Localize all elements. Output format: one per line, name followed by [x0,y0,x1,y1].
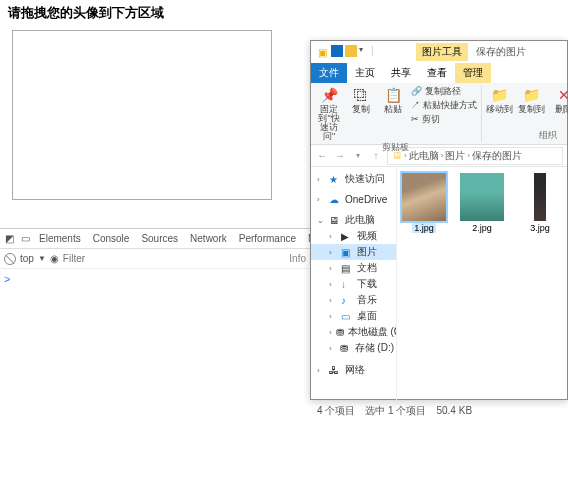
up-arrow-icon[interactable]: ↑ [369,149,383,163]
file-item[interactable]: 1.jpg [399,173,449,395]
image-icon: ▣ [341,247,353,258]
recent-dropdown-icon[interactable]: ▾ [351,149,365,163]
chevron-right-icon: › [441,151,444,160]
devtools-tab-console[interactable]: Console [88,231,135,246]
shortcut-icon: ↗ [411,100,420,110]
status-bar: 4 个项目 选中 1 个项目 50.4 KB [311,401,567,419]
selection-size: 50.4 KB [436,405,472,416]
breadcrumb-saved[interactable]: 保存的图片 [472,149,522,163]
context-tab-label: 图片工具 [416,43,468,61]
folder-icon: ▣ [315,45,329,59]
menu-bar: 文件 主页 共享 查看 管理 [311,63,567,83]
sidebar-this-pc[interactable]: ⌄🖥此电脑 [311,212,396,228]
video-icon: ▶ [341,231,353,242]
delete-button[interactable]: ✕ 删除 [550,85,568,114]
copy-button[interactable]: ⿻ 复制 [347,85,375,141]
sidebar-onedrive[interactable]: ›☁OneDrive [311,193,396,206]
thumbnail-icon [460,173,504,221]
sidebar-network[interactable]: ›🖧网络 [311,362,396,378]
copy-to-button[interactable]: 📁 复制到 [518,85,546,114]
chevron-right-icon: › [329,344,336,353]
breadcrumb-pictures[interactable]: 图片 [445,149,465,163]
ribbon-toolbar: 📌 固定到"快速访问" ⿻ 复制 📋 粘贴 🔗 复制路径 ↗ 粘贴快捷方式 ✂ … [311,83,567,145]
scissors-icon: ✂ [411,114,419,124]
cut-button[interactable]: ✂ 剪切 [411,113,477,126]
file-name: 1.jpg [412,223,436,233]
window-title: 保存的图片 [476,45,526,59]
console-filter-input[interactable] [63,253,285,264]
devtools-tab-elements[interactable]: Elements [34,231,86,246]
tab-manage[interactable]: 管理 [455,63,491,83]
drive-icon: ⛃ [336,327,344,338]
breadcrumb[interactable]: 🖥 › 此电脑 › 图片 › 保存的图片 [387,147,563,165]
back-arrow-icon[interactable]: ← [315,149,329,163]
chevron-right-icon: › [329,248,337,257]
paste-shortcut-button[interactable]: ↗ 粘贴快捷方式 [411,99,477,112]
selection-count: 选中 1 个项目 [365,404,426,418]
context-selector[interactable]: top [20,253,34,264]
chevron-right-icon: › [329,232,337,241]
divider: | [371,45,374,59]
quick-access-icon[interactable] [331,45,343,57]
delete-icon: ✕ [554,85,568,105]
dropdown-icon[interactable]: ▼ [38,254,46,263]
chevron-right-icon: › [329,312,337,321]
chevron-down-icon: ⌄ [317,216,325,225]
sidebar-music[interactable]: ›♪音乐 [311,292,396,308]
chevron-right-icon: › [317,366,325,375]
devtools-tab-performance[interactable]: Performance [234,231,301,246]
cloud-icon: ☁ [329,194,341,205]
sidebar-documents[interactable]: ›▤文档 [311,260,396,276]
chevron-right-icon: › [329,328,332,337]
chevron-down-icon[interactable]: ▾ [359,45,367,59]
star-icon: ★ [329,174,341,185]
copy-path-button[interactable]: 🔗 复制路径 [411,85,477,98]
item-count: 4 个项目 [317,404,355,418]
devtools-panel: ◩ ▭ Elements Console Sources Network Per… [0,228,310,289]
tab-view[interactable]: 查看 [419,63,455,83]
eye-icon[interactable]: ◉ [50,253,59,264]
download-icon: ↓ [341,279,353,290]
tab-home[interactable]: 主页 [347,63,383,83]
file-name: 2.jpg [470,223,494,233]
window-titlebar[interactable]: ▣ ▾ | 图片工具 保存的图片 [311,41,567,63]
pin-icon: 📌 [319,85,339,105]
drive-icon: ⛃ [340,343,351,354]
file-item[interactable]: 2.jpg [457,173,507,395]
move-to-button[interactable]: 📁 移动到 [486,85,514,114]
sidebar-disk-d[interactable]: ›⛃存储 (D:) [311,340,396,356]
sidebar-quick-access[interactable]: ›★快速访问 [311,171,396,187]
thumbnail-icon [402,173,446,221]
file-item[interactable]: 3.jpg [515,173,565,395]
device-toggle-icon[interactable]: ▭ [18,232,32,246]
devtools-tab-network[interactable]: Network [185,231,232,246]
properties-icon[interactable] [345,45,357,57]
document-icon: ▤ [341,263,353,274]
paste-icon: 📋 [383,85,403,105]
address-bar: ← → ▾ ↑ 🖥 › 此电脑 › 图片 › 保存的图片 [311,145,567,167]
pin-quick-access-button[interactable]: 📌 固定到"快速访问" [315,85,343,141]
chevron-right-icon: › [467,151,470,160]
forward-arrow-icon[interactable]: → [333,149,347,163]
link-icon: 🔗 [411,86,422,96]
file-explorer-window: ▣ ▾ | 图片工具 保存的图片 文件 主页 共享 查看 管理 📌 固定到"快速… [310,40,568,400]
sidebar-pictures[interactable]: ›▣图片 [311,244,396,260]
network-icon: 🖧 [329,365,341,376]
sidebar-videos[interactable]: ›▶视频 [311,228,396,244]
inspect-icon[interactable]: ◩ [2,232,16,246]
tab-share[interactable]: 共享 [383,63,419,83]
chevron-right-icon: › [329,296,337,305]
sidebar-desktop[interactable]: ›▭桌面 [311,308,396,324]
clear-console-icon[interactable] [4,253,16,265]
file-list-view[interactable]: 1.jpg 2.jpg 3.jpg [397,167,567,401]
paste-button[interactable]: 📋 粘贴 [379,85,407,141]
chevron-right-icon: › [317,195,325,204]
breadcrumb-pc[interactable]: 此电脑 [409,149,439,163]
chevron-right-icon: › [317,175,325,184]
devtools-tab-sources[interactable]: Sources [136,231,183,246]
console-prompt[interactable]: > [0,269,310,289]
avatar-drop-zone[interactable] [12,30,272,200]
sidebar-disk-c[interactable]: ›⛃本地磁盘 (C:) [311,324,396,340]
tab-file[interactable]: 文件 [311,63,347,83]
sidebar-downloads[interactable]: ›↓下载 [311,276,396,292]
